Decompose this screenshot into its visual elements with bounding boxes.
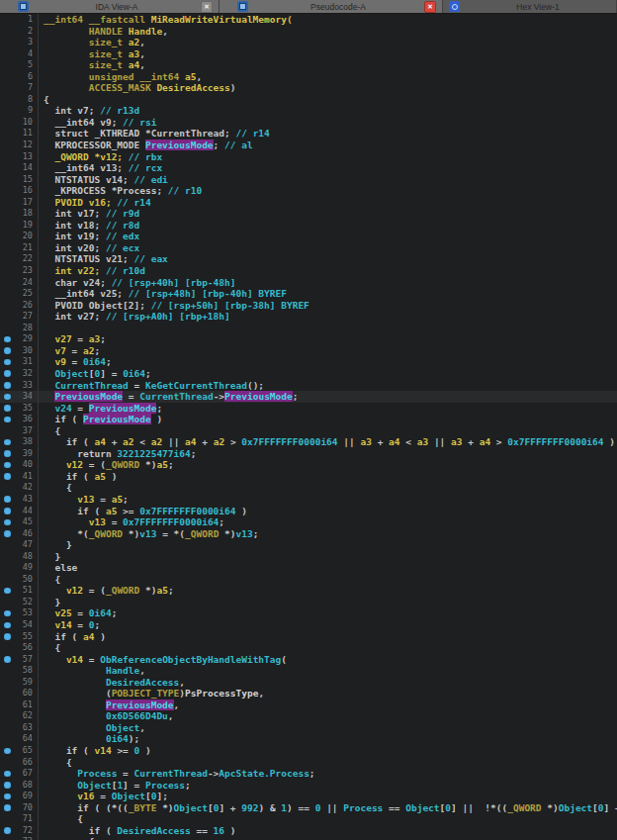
- code-line[interactable]: 7 ACCESS_MASK DesiredAccess): [0, 82, 617, 94]
- breakpoint-margin[interactable]: [0, 836, 15, 840]
- code-line[interactable]: 24 char v24; // [rsp+40h] [rbp-48h]: [0, 277, 617, 289]
- breakpoint-margin[interactable]: [0, 733, 15, 745]
- breakpoint-dot-icon[interactable]: [4, 347, 11, 354]
- breakpoint-dot-icon[interactable]: [4, 394, 11, 401]
- breakpoint-margin[interactable]: [0, 607, 15, 619]
- close-icon[interactable]: ✕: [201, 1, 213, 13]
- code-line[interactable]: 60 (POBJECT_TYPE)PsProcessType,: [0, 688, 617, 700]
- breakpoint-margin[interactable]: [0, 677, 15, 689]
- breakpoint-dot-icon[interactable]: [4, 370, 11, 377]
- breakpoint-margin[interactable]: [0, 368, 15, 380]
- breakpoint-margin[interactable]: [0, 333, 15, 345]
- tab-pseudocode[interactable]: Pseudocode-A✕: [220, 0, 443, 13]
- tab-ida-view[interactable]: IDA View-A✕: [0, 0, 220, 13]
- code-line[interactable]: 63 Object,: [0, 722, 617, 734]
- breakpoint-margin[interactable]: [0, 231, 15, 242]
- code-line[interactable]: 28: [0, 323, 617, 334]
- breakpoint-dot-icon[interactable]: [4, 656, 11, 663]
- breakpoint-dot-icon[interactable]: [4, 450, 11, 457]
- code-line[interactable]: 39 return 3221225477i64;: [0, 448, 617, 460]
- breakpoint-margin[interactable]: [0, 482, 15, 494]
- breakpoint-margin[interactable]: [0, 710, 15, 722]
- code-line[interactable]: 35 v24 = PreviousMode;: [0, 403, 617, 415]
- code-line[interactable]: 66 {: [0, 757, 617, 769]
- pseudocode-view[interactable]: 1__int64 __fastcall MiReadWriteVirtualMe…: [0, 14, 617, 840]
- code-line[interactable]: 59 DesiredAccess,: [0, 677, 617, 689]
- breakpoint-margin[interactable]: [0, 311, 15, 323]
- code-line[interactable]: 70 if ( (*((_BYTE *)Object[0] + 992) & 1…: [0, 802, 617, 814]
- breakpoint-margin[interactable]: [0, 253, 15, 265]
- code-line[interactable]: 19 int v18; // r8d: [0, 220, 617, 232]
- breakpoint-margin[interactable]: [0, 174, 15, 186]
- breakpoint-margin[interactable]: [0, 700, 15, 711]
- breakpoint-margin[interactable]: [0, 757, 15, 769]
- breakpoint-margin[interactable]: [0, 105, 15, 117]
- breakpoint-margin[interactable]: [0, 26, 15, 38]
- breakpoint-dot-icon[interactable]: [4, 771, 11, 778]
- code-line[interactable]: 62 0x6D566D4Du,: [0, 710, 617, 722]
- breakpoint-margin[interactable]: [0, 597, 15, 608]
- breakpoint-margin[interactable]: [0, 631, 15, 643]
- breakpoint-margin[interactable]: [0, 551, 15, 563]
- code-line[interactable]: 41 if ( a5 ): [0, 471, 617, 483]
- code-line[interactable]: 5 size_t a4,: [0, 59, 617, 71]
- code-line[interactable]: 36 if ( PreviousMode ): [0, 414, 617, 425]
- breakpoint-margin[interactable]: [0, 356, 15, 368]
- breakpoint-margin[interactable]: [0, 494, 15, 506]
- code-line[interactable]: 72 if ( DesiredAccess == 16 ): [0, 825, 617, 837]
- breakpoint-margin[interactable]: [0, 574, 15, 586]
- code-line[interactable]: 3 size_t a2,: [0, 37, 617, 48]
- breakpoint-dot-icon[interactable]: [4, 588, 11, 595]
- breakpoint-dot-icon[interactable]: [4, 804, 11, 811]
- breakpoint-margin[interactable]: [0, 528, 15, 540]
- code-line[interactable]: 48 }: [0, 551, 617, 563]
- code-line[interactable]: 64 0i64);: [0, 733, 617, 745]
- code-line[interactable]: 23 int v22; // r10d: [0, 265, 617, 277]
- code-line[interactable]: 68 Object[1] = Process;: [0, 780, 617, 792]
- breakpoint-margin[interactable]: [0, 128, 15, 140]
- tab-hex-view[interactable]: Hex View-1: [443, 0, 617, 13]
- breakpoint-margin[interactable]: [0, 436, 15, 448]
- code-line[interactable]: 32 Object[0] = 0i64;: [0, 368, 617, 380]
- breakpoint-dot-icon[interactable]: [4, 417, 11, 423]
- breakpoint-margin[interactable]: [0, 642, 15, 654]
- code-line[interactable]: 6 unsigned __int64 a5,: [0, 71, 617, 83]
- breakpoint-dot-icon[interactable]: [4, 622, 11, 629]
- breakpoint-dot-icon[interactable]: [4, 610, 11, 617]
- code-line[interactable]: 2 HANDLE Handle,: [0, 26, 617, 38]
- breakpoint-margin[interactable]: [0, 59, 15, 71]
- breakpoint-margin[interactable]: [0, 71, 15, 83]
- breakpoint-dot-icon[interactable]: [4, 496, 11, 503]
- breakpoint-margin[interactable]: [0, 208, 15, 220]
- breakpoint-dot-icon[interactable]: [4, 439, 11, 446]
- code-line[interactable]: 18 int v17; // r9d: [0, 208, 617, 220]
- breakpoint-margin[interactable]: [0, 802, 15, 814]
- breakpoint-dot-icon[interactable]: [4, 793, 11, 800]
- code-line[interactable]: 14 __int64 v13; // rcx: [0, 162, 617, 174]
- code-line[interactable]: 21 int v20; // ecx: [0, 242, 617, 254]
- code-line[interactable]: 73 {: [0, 836, 617, 840]
- code-line[interactable]: 46 *(_QWORD *)v13 = *(_QWORD *)v13;: [0, 528, 617, 540]
- breakpoint-margin[interactable]: [0, 288, 15, 300]
- breakpoint-dot-icon[interactable]: [4, 782, 11, 789]
- breakpoint-margin[interactable]: [0, 48, 15, 60]
- code-line[interactable]: 57 v14 = ObReferenceObjectByHandleWithTa…: [0, 654, 617, 666]
- breakpoint-margin[interactable]: [0, 768, 15, 780]
- breakpoint-margin[interactable]: [0, 162, 15, 174]
- code-line[interactable]: 20 int v19; // edx: [0, 231, 617, 242]
- code-line[interactable]: 26 PVOID Object[2]; // [rsp+50h] [rbp-38…: [0, 300, 617, 312]
- breakpoint-dot-icon[interactable]: [4, 530, 11, 537]
- code-line[interactable]: 51 v12 = (_QWORD *)a5;: [0, 585, 617, 597]
- breakpoint-margin[interactable]: [0, 688, 15, 700]
- code-line[interactable]: 31 v9 = 0i64;: [0, 356, 617, 368]
- code-line[interactable]: 1__int64 __fastcall MiReadWriteVirtualMe…: [0, 14, 617, 26]
- breakpoint-margin[interactable]: [0, 425, 15, 437]
- breakpoint-margin[interactable]: [0, 391, 15, 403]
- breakpoint-dot-icon[interactable]: [4, 508, 11, 514]
- code-line[interactable]: 27 int v27; // [rsp+A0h] [rbp+18h]: [0, 311, 617, 323]
- breakpoint-margin[interactable]: [0, 323, 15, 334]
- code-line[interactable]: 43 v13 = a5;: [0, 494, 617, 506]
- breakpoint-margin[interactable]: [0, 813, 15, 825]
- code-line[interactable]: 71 {: [0, 813, 617, 825]
- breakpoint-margin[interactable]: [0, 780, 15, 792]
